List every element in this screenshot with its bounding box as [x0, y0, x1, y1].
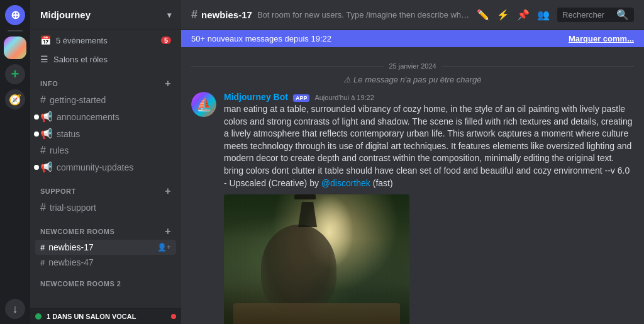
message-author: Midjourney Bot [224, 92, 288, 102]
channel-name-label: getting-started [50, 95, 106, 105]
chat-area: 25 janvier 2024 ⚠ Le message n'a pas pu … [181, 47, 644, 324]
events-label: 5 événements [56, 36, 108, 45]
add-user-icon[interactable]: 👤+ [157, 243, 171, 252]
megaphone-icon: 📢 [40, 111, 53, 123]
hash-icon: # [40, 202, 46, 213]
channel-name-label: newbies-47 [48, 257, 94, 267]
topbar-icons: ✏️ ⚡ 📌 👥 🔍 [477, 8, 634, 22]
channel-name-label: status [57, 129, 80, 139]
channel-newbies-47[interactable]: # newbies-47 [35, 255, 176, 270]
mention-discorthek[interactable]: @discorthek [321, 178, 370, 188]
icon-bar: ⊕ + 🧭 ↓ [0, 0, 30, 324]
date-divider: 25 janvier 2024 [191, 62, 634, 70]
section-info: INFO + [30, 68, 181, 92]
section-newcomer-add[interactable]: + [165, 226, 171, 237]
generated-image-inner [224, 194, 409, 324]
lightning-icon[interactable]: ⚡ [497, 9, 509, 21]
message-time: Aujourd'hui à 19:22 [314, 94, 374, 101]
message-text: man eating at a table, surrounded vibran… [224, 103, 634, 189]
channel-announcements[interactable]: 📢 announcements [35, 108, 176, 125]
megaphone-icon: 📢 [40, 128, 53, 140]
icon-bar-divider [8, 30, 23, 31]
server-midjourney[interactable] [4, 36, 26, 59]
add-server-button[interactable]: + [5, 64, 25, 84]
calendar-icon: 📅 [40, 35, 51, 45]
error-message: ⚠ Le message n'a pas pu être chargé [191, 75, 634, 84]
explore-button[interactable]: 🧭 [5, 89, 25, 109]
channel-description: Bot room for new users. Type /imagine th… [257, 10, 472, 20]
notif-text: 50+ nouveaux messages depuis 19:22 [191, 34, 331, 43]
hash-icon: # [191, 8, 197, 21]
notif-dot [34, 115, 39, 120]
voice-bar: 1 DANS UN SALON VOCAL [30, 308, 181, 324]
mark-read-button[interactable]: Marquer comm... [569, 34, 634, 43]
discord-home-button[interactable]: ⊕ [5, 5, 25, 25]
message-header: Midjourney Bot APP Aujourd'hui à 19:22 [224, 92, 634, 102]
server-name-header[interactable]: Midjourney ▾ [30, 0, 181, 30]
salons-row[interactable]: ☰ Salons et rôles [30, 50, 181, 68]
channel-rules[interactable]: # rules [35, 142, 176, 159]
main-content: # newbies-17 Bot room for new users. Typ… [181, 0, 644, 324]
megaphone-icon: 📢 [40, 161, 53, 173]
hash-icon: # [40, 94, 46, 106]
channel-community-updates[interactable]: 📢 community-updates [35, 159, 176, 176]
channel-getting-started[interactable]: # getting-started [35, 92, 176, 108]
download-button[interactable]: ↓ [5, 299, 25, 319]
server-menu-chevron: ▾ [167, 11, 171, 20]
topbar: # newbies-17 Bot room for new users. Typ… [181, 0, 644, 30]
message-content: Midjourney Bot APP Aujourd'hui à 19:22 m… [224, 92, 634, 324]
voice-text: 1 DANS UN SALON VOCAL [47, 313, 166, 320]
bot-avatar: ⛵ [191, 92, 216, 117]
channel-newbies-17[interactable]: # newbies-17 👤+ [35, 240, 176, 255]
hash-icon: # [40, 145, 46, 156]
section-newcomer-rooms: NEWCOMER ROOMS + [30, 216, 181, 240]
generated-image [224, 194, 409, 324]
pencil-icon[interactable]: ✏️ [477, 9, 489, 21]
events-row[interactable]: 📅 5 événements 5 [30, 30, 181, 50]
search-input[interactable] [562, 10, 613, 20]
channel-name-label: newbies-17 [48, 242, 94, 252]
section-support-add[interactable]: + [165, 186, 171, 197]
voice-active-icon [35, 313, 42, 320]
search-icon: 🔍 [616, 9, 629, 21]
notif-dot [34, 165, 39, 170]
events-badge: 5 [161, 36, 171, 44]
salons-label: Salons et rôles [53, 55, 108, 64]
sidebar-content: 📅 5 événements 5 ☰ Salons et rôles INFO … [30, 30, 181, 308]
voice-recording-dot [171, 314, 176, 319]
search-box[interactable]: 🔍 [557, 8, 634, 22]
notif-dot [34, 131, 39, 137]
section-newcomer-rooms-2: NEWCOMER ROOMS 2 [30, 270, 181, 290]
message-group: ⛵ Midjourney Bot APP Aujourd'hui à 19:22… [191, 92, 634, 324]
server-name-label: Midjourney [40, 9, 91, 20]
channel-status[interactable]: 📢 status [35, 125, 176, 142]
app-badge: APP [293, 94, 310, 102]
channel-name-label: announcements [57, 112, 119, 122]
section-info-add[interactable]: + [165, 78, 171, 89]
double-hash-icon: # [40, 243, 45, 252]
topbar-channel-name: # newbies-17 [191, 8, 252, 21]
notif-banner: 50+ nouveaux messages depuis 19:22 Marqu… [181, 30, 644, 47]
section-support: SUPPORT + [30, 176, 181, 199]
channel-name-label: rules [50, 145, 69, 155]
double-hash-icon: # [40, 258, 45, 267]
channel-name-label: community-updates [57, 162, 133, 172]
salons-icon: ☰ [40, 54, 48, 64]
people-icon[interactable]: 👥 [537, 9, 550, 21]
channel-trial-support[interactable]: # trial-support [35, 199, 176, 216]
pin-icon[interactable]: 📌 [517, 9, 530, 21]
channel-name-label: trial-support [50, 203, 96, 213]
sidebar: Midjourney ▾ 📅 5 événements 5 ☰ Salons e… [30, 0, 181, 324]
